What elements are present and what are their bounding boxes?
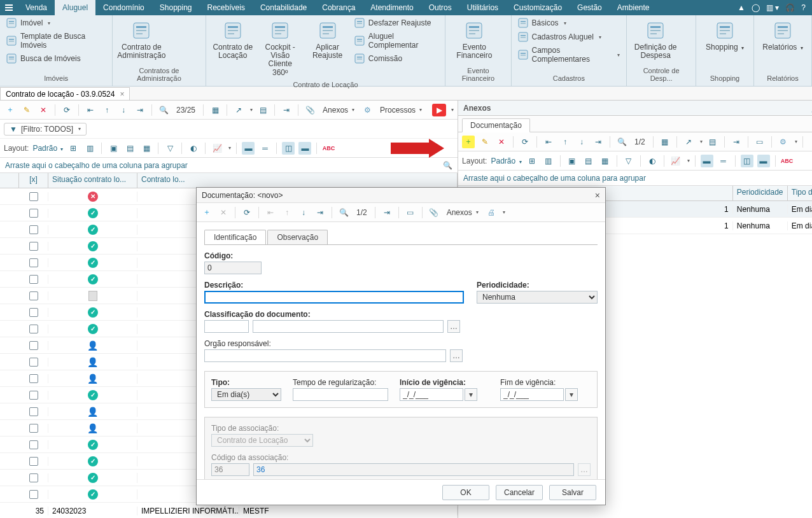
row-checkbox[interactable] <box>29 258 38 267</box>
grid-icon[interactable]: ▤ <box>706 136 719 148</box>
ribbon-big-button[interactable]: Contrato de Locação <box>213 18 253 62</box>
close-icon[interactable]: × <box>595 190 600 200</box>
document-tab[interactable]: Contrato de locação - 03.9.0524 × <box>0 87 130 100</box>
row-checkbox[interactable] <box>29 209 38 218</box>
menu-ambiente[interactable]: Ambiente <box>610 0 657 15</box>
close-icon[interactable]: × <box>120 90 124 99</box>
layout-opt3-icon[interactable]: ▦ <box>599 155 612 167</box>
indent-icon[interactable]: ⇥ <box>730 136 743 148</box>
classificacao-desc-field[interactable] <box>253 320 444 333</box>
clip-icon[interactable]: 📎 <box>304 104 316 116</box>
chart-icon[interactable]: 📈 <box>669 155 682 167</box>
row-checkbox[interactable] <box>29 490 38 499</box>
periodicidade-select[interactable]: Nenhuma <box>477 291 598 304</box>
row-checkbox[interactable] <box>29 308 38 317</box>
layout-opt1-icon[interactable]: ▣ <box>566 155 578 167</box>
ribbon-link[interactable]: Aluguel Complementar <box>354 32 439 50</box>
layout-edit-icon[interactable]: ▥ <box>542 155 555 167</box>
layout-opt1-icon[interactable]: ▣ <box>107 142 120 155</box>
layout-opt3-icon[interactable]: ▦ <box>140 142 153 155</box>
layout-opt2-icon[interactable]: ▤ <box>123 142 136 155</box>
view1-icon[interactable]: ▬ <box>701 155 713 167</box>
up-icon[interactable]: ↑ <box>559 136 571 148</box>
search-icon[interactable]: 🔍 <box>337 206 350 219</box>
columns-icon[interactable]: ▦ <box>209 104 221 116</box>
row-checkbox[interactable] <box>29 473 38 482</box>
export-icon[interactable]: ↗ <box>232 104 245 116</box>
add-icon[interactable]: ＋ <box>200 206 213 219</box>
row-checkbox[interactable] <box>29 440 38 449</box>
processos-dropdown[interactable]: Processos ▾ <box>377 106 424 115</box>
first-icon[interactable]: ⇤ <box>542 136 555 148</box>
columns-icon[interactable]: ▦ <box>659 136 671 148</box>
export-icon[interactable]: ↗ <box>682 136 695 148</box>
menu-gestão[interactable]: Gestão <box>570 0 610 15</box>
ribbon-link[interactable]: Desfazer Reajuste <box>354 18 439 28</box>
clip-icon[interactable]: 📎 <box>428 206 440 219</box>
last-icon[interactable]: ⇥ <box>314 206 326 219</box>
tab-documentacao[interactable]: Documentação <box>462 118 530 132</box>
lookup-button[interactable]: … <box>450 349 463 362</box>
layout-add-icon[interactable]: ⊞ <box>526 155 538 167</box>
palette-icon[interactable]: ◐ <box>187 142 200 155</box>
calendar-icon[interactable]: ▾ <box>465 388 477 401</box>
menu-shopping[interactable]: Shopping <box>152 0 200 15</box>
salvar-button[interactable]: Salvar <box>549 485 596 500</box>
gear-icon[interactable]: ⚙ <box>777 136 790 148</box>
up-icon[interactable]: ↑ <box>281 206 293 219</box>
ribbon-big-button[interactable]: Definição de Despesa <box>633 18 678 62</box>
delete-icon[interactable]: ✕ <box>37 104 50 116</box>
add-icon[interactable]: ＋ <box>4 104 17 116</box>
indent-icon[interactable]: ⇥ <box>381 206 393 219</box>
headset-icon[interactable]: 🎧 <box>785 3 795 12</box>
menu-venda[interactable]: Venda <box>18 0 55 15</box>
down-icon[interactable]: ↓ <box>117 104 130 116</box>
ribbon-big-button[interactable]: Evento Financeiro <box>452 18 496 62</box>
row-checkbox[interactable] <box>29 374 38 383</box>
print-icon[interactable]: 🖨 <box>485 206 498 219</box>
cancelar-button[interactable]: Cancelar <box>496 485 543 500</box>
tab-observacao[interactable]: Observação <box>267 230 328 244</box>
layout-opt4-icon[interactable]: ▽ <box>164 142 176 155</box>
group-drop-area-right[interactable]: Arraste aqui o cabeçalho de uma coluna p… <box>458 171 812 186</box>
funnel-icon[interactable]: ▼ <box>808 136 812 148</box>
view2-icon[interactable]: ═ <box>258 142 271 155</box>
row-checkbox[interactable] <box>29 291 38 300</box>
add-icon[interactable]: ＋ <box>462 136 475 148</box>
classificacao-code-field[interactable] <box>204 320 249 333</box>
row-checkbox[interactable] <box>29 192 38 201</box>
ribbon-link[interactable]: Busca de Imóveis <box>6 53 106 64</box>
ribbon-link[interactable]: Campos Complementares▾ <box>518 46 620 64</box>
help-icon[interactable]: ? <box>801 3 806 12</box>
globe-icon[interactable]: ◯ <box>752 3 760 12</box>
search-icon[interactable]: 🔍 <box>615 136 628 148</box>
gear-icon[interactable]: ⚙ <box>361 104 374 116</box>
inicio-vigencia-field[interactable] <box>400 388 463 401</box>
ribbon-big-button[interactable]: Cockpit - Visão Cliente 360º <box>260 18 300 80</box>
first-icon[interactable]: ⇤ <box>264 206 277 219</box>
ribbon-big-button[interactable]: Aplicar Reajuste <box>307 18 347 62</box>
layout-icon[interactable]: ▥ ▾ <box>766 3 779 12</box>
view4-icon[interactable]: ▬ <box>757 155 770 167</box>
layout-edit-icon[interactable]: ▥ <box>83 142 96 155</box>
refresh-icon[interactable]: ⟳ <box>519 136 531 148</box>
layout-selector[interactable]: Padrão ▾ <box>491 157 521 165</box>
tab-identificacao[interactable]: Identificação <box>204 230 266 244</box>
ribbon-link[interactable]: Imóvel▾ <box>6 18 106 28</box>
group-drop-area-left[interactable]: Arraste aqui o cabeçalho de uma coluna p… <box>0 158 458 173</box>
menu-condomínio[interactable]: Condomínio <box>95 0 152 15</box>
grid-icon[interactable]: ▤ <box>256 104 269 116</box>
search-icon[interactable]: 🔍 <box>157 104 170 116</box>
abc-icon[interactable]: ABC <box>781 155 794 167</box>
lookup-button[interactable]: … <box>447 320 460 333</box>
row-checkbox[interactable] <box>29 325 38 333</box>
row-checkbox[interactable] <box>29 358 38 367</box>
view2-icon[interactable]: ═ <box>717 155 730 167</box>
filter-dropdown[interactable]: ▼ [Filtro: TODOS] ▾ <box>4 123 87 136</box>
tipo-select[interactable]: Em dia(s) <box>211 388 281 401</box>
anexos-dropdown[interactable]: Anexos ▾ <box>444 208 481 217</box>
edit-icon[interactable]: ✎ <box>479 136 491 148</box>
chart-icon[interactable]: 📈 <box>211 142 223 155</box>
refresh-icon[interactable]: ⟳ <box>60 104 73 116</box>
layout-opt2-icon[interactable]: ▤ <box>582 155 595 167</box>
